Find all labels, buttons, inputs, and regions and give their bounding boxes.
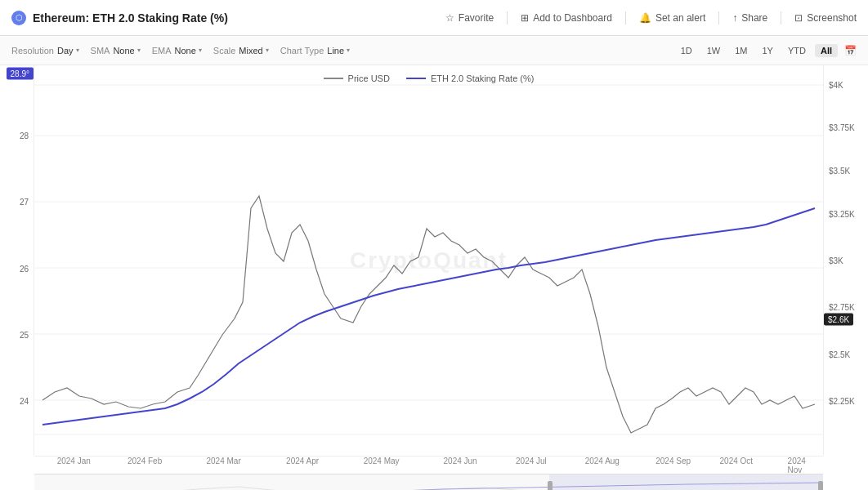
separator [781, 11, 781, 24]
sma-control: SMA None ▾ [91, 46, 141, 56]
left-y-axis: 28.9° 28 27 26 25 24 [0, 65, 34, 456]
right-axis-label-3k: $3K [829, 256, 843, 265]
right-y-axis: $4K $3.75K $3.5K $3.25K $3K $2.75K $2.6K… [823, 65, 868, 456]
resolution-select[interactable]: Day ▾ [57, 46, 79, 56]
chevron-down-icon: ▾ [76, 47, 79, 54]
legend-line-gray [324, 78, 343, 79]
separator [625, 11, 626, 24]
dashboard-icon: ⊞ [521, 12, 529, 24]
chevron-down-icon: ▾ [266, 47, 269, 54]
chart-type-label: Chart Type [280, 46, 324, 56]
x-label-aug: 2024 Aug [585, 457, 620, 466]
favorite-button[interactable]: ☆ Favorite [445, 12, 494, 24]
left-axis-label-24: 24 [20, 397, 29, 406]
x-label-nov: 2024 Nov [788, 457, 812, 474]
separator [718, 11, 719, 24]
right-axis-label-375k: $3.75K [829, 123, 855, 132]
resolution-control: Resolution Day ▾ [11, 46, 79, 56]
right-axis-label-25k: $2.5K [829, 350, 850, 359]
svg-rect-7 [549, 474, 823, 490]
page-title: Ethereum: ETH 2.0 Staking Rate (%) [33, 11, 228, 24]
chart-legend: Price USD ETH 2.0 Staking Rate (%) [324, 74, 535, 83]
legend-line-blue [406, 78, 426, 79]
x-label-jun: 2024 Jun [444, 457, 477, 466]
chart-type-select[interactable]: Line ▾ [327, 46, 350, 56]
left-axis-label-26: 26 [20, 264, 29, 273]
x-label-sep: 2024 Sep [655, 457, 691, 466]
share-icon: ↑ [732, 12, 737, 24]
ema-control: EMA None ▾ [152, 46, 202, 56]
chevron-down-icon: ▾ [347, 47, 350, 54]
x-label-oct: 2024 Oct [720, 457, 754, 466]
legend-staking-rate: ETH 2.0 Staking Rate (%) [406, 74, 535, 83]
scale-control: Scale Mixed ▾ [213, 46, 269, 56]
chevron-down-icon: ▾ [199, 47, 202, 54]
screenshot-icon: ⊡ [794, 12, 803, 24]
time-1y-button[interactable]: 1Y [756, 44, 778, 57]
share-button[interactable]: ↑ Share [732, 12, 767, 24]
svg-rect-8 [548, 481, 553, 490]
left-axis-label-28: 28 [20, 131, 29, 140]
sma-label: SMA [91, 46, 110, 56]
x-axis: 2024 Jan 2024 Feb 2024 Mar 2024 Apr 2024… [34, 456, 823, 474]
toolbar: Resolution Day ▾ SMA None ▾ EMA None ▾ S… [0, 36, 868, 65]
screenshot-button[interactable]: ⊡ Screenshot [794, 12, 857, 24]
right-axis-label-35k: $3.5K [829, 167, 850, 176]
alert-icon: 🔔 [639, 12, 651, 24]
left-axis-label-25: 25 [20, 330, 29, 339]
separator [507, 11, 508, 24]
chart-type-control: Chart Type Line ▾ [280, 46, 350, 56]
time-1m-button[interactable]: 1M [729, 44, 753, 57]
x-label-jul: 2024 Jul [516, 457, 547, 466]
ema-label: EMA [152, 46, 172, 56]
toolbar-timeframe: 1D 1W 1M 1Y YTD All 📅 [675, 44, 857, 57]
header: Ethereum: ETH 2.0 Staking Rate (%) ☆ Fav… [0, 0, 868, 36]
toolbar-controls: Resolution Day ▾ SMA None ▾ EMA None ▾ S… [11, 46, 350, 56]
right-axis-label-325k: $3.25K [829, 209, 855, 218]
legend-price-usd: Price USD [324, 74, 390, 83]
sma-select[interactable]: None ▾ [113, 46, 140, 56]
left-current-badge: 28.9° [7, 67, 34, 79]
mini-chart: 2022 Jan 2022 Jul 2023 Jan 2023 Jul 2024… [34, 474, 823, 490]
x-label-feb: 2024 Feb [128, 457, 162, 466]
right-axis-label-4k: $4K [829, 80, 843, 89]
left-axis-label-27: 27 [20, 198, 29, 207]
right-axis-label-275k: $2.75K [829, 303, 855, 312]
time-ytd-button[interactable]: YTD [782, 44, 812, 57]
x-label-mar: 2024 Mar [206, 457, 240, 466]
time-1w-button[interactable]: 1W [701, 44, 727, 57]
header-actions: ☆ Favorite ⊞ Add to Dashboard 🔔 Set an a… [445, 11, 857, 24]
right-current-badge: $2.6K [824, 313, 853, 325]
chevron-down-icon: ▾ [137, 47, 141, 54]
calendar-icon[interactable]: 📅 [844, 45, 857, 56]
chart-svg [34, 65, 823, 456]
mini-chart-svg [34, 474, 823, 490]
set-alert-button[interactable]: 🔔 Set an alert [639, 12, 705, 24]
time-all-button[interactable]: All [815, 44, 838, 57]
ethereum-icon [11, 11, 26, 25]
time-1d-button[interactable]: 1D [675, 44, 698, 57]
add-dashboard-button[interactable]: ⊞ Add to Dashboard [521, 12, 612, 24]
chart-container: 28.9° 28 27 26 25 24 CryptoQuant Price U… [0, 65, 868, 456]
x-label-may: 2024 May [364, 457, 400, 466]
header-left: Ethereum: ETH 2.0 Staking Rate (%) [11, 11, 228, 25]
ema-select[interactable]: None ▾ [175, 46, 202, 56]
right-axis-label-225k: $2.25K [829, 397, 855, 406]
scale-label: Scale [213, 46, 236, 56]
star-icon: ☆ [445, 12, 454, 24]
svg-rect-9 [818, 481, 823, 490]
resolution-label: Resolution [11, 46, 54, 56]
x-label-apr: 2024 Apr [286, 457, 319, 466]
scale-select[interactable]: Mixed ▾ [239, 46, 268, 56]
x-label-jan: 2024 Jan [57, 457, 91, 466]
chart-main[interactable]: CryptoQuant Price USD ETH 2.0 Staking Ra… [34, 65, 823, 456]
